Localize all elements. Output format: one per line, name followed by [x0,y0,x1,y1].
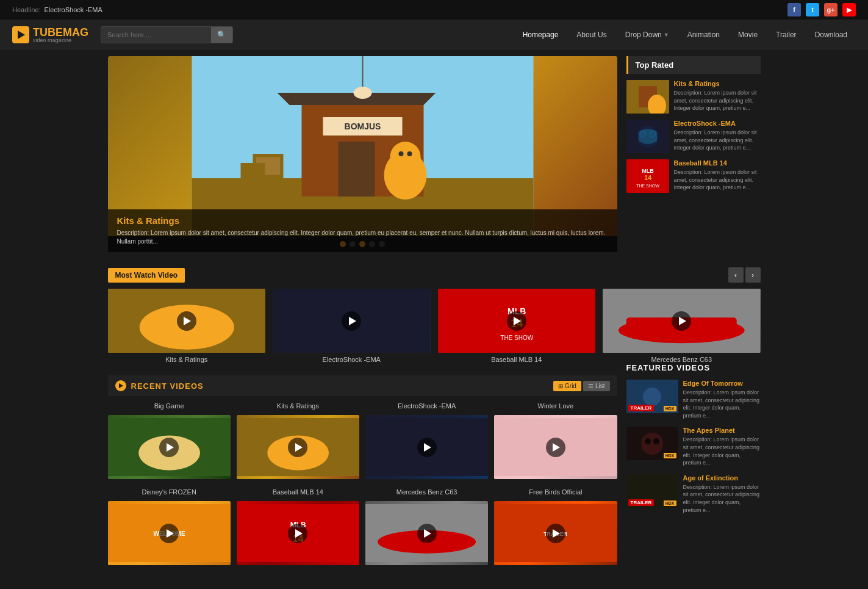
next-arrow[interactable]: › [745,267,761,283]
recent-label-frozen: Disney's FROZEN [108,488,231,496]
play-button-biggame[interactable] [159,438,179,457]
recent-label-freebirds: Free Birds Official [494,488,617,496]
play-button-freebirds[interactable] [546,524,565,543]
video-title-kits: Kits & Ratings [108,356,266,363]
search-input[interactable] [101,27,211,42]
play-button-electro[interactable] [342,311,361,331]
nav-about[interactable]: About Us [568,26,615,44]
featured-item-extinction: TRAILER HDX Age of Extinction Descriptio… [626,474,761,514]
recent-thumb-kits2 [237,415,359,479]
featured-title-extinction[interactable]: Age of Extinction [683,474,761,482]
play-button-kits2[interactable] [288,438,307,457]
rated-info-kits: Kits & Ratings Description: Lorem ipsum … [674,80,761,114]
grid-toggle-button[interactable]: ⊞ Grid [553,381,581,391]
video-card-kits[interactable]: Kits & Ratings [108,289,266,363]
main-nav: Homepage About Us Drop Down ▼ Animation … [514,26,856,44]
youtube-icon[interactable]: ▶ [842,3,856,16]
video-thumb-baseball: MLB14THE SHOW [438,289,596,353]
play-icon [167,443,174,452]
recent-thumb-biggame [108,415,231,479]
video-card-mercedes[interactable]: Mercedes Benz C63 [603,289,761,363]
nav-movie[interactable]: Movie [730,26,766,44]
play-button-electro2[interactable] [417,438,437,457]
nav-download[interactable]: Download [806,26,856,44]
rated-title-baseball[interactable]: Baseball MLB 14 [674,159,761,167]
googleplus-icon[interactable]: g+ [824,3,838,16]
rated-item-electro: ElectroShock -EMA Description: Lorem ips… [626,120,761,153]
nav-homepage[interactable]: Homepage [514,26,567,44]
hd-badge-extinction: HDX [664,500,676,506]
recent-card-electro2[interactable] [365,415,488,479]
play-icon [679,317,686,325]
recent-labels-row-1: Big Game Kits & Ratings ElectroShock -EM… [108,402,617,413]
rated-title-electro[interactable]: ElectroShock -EMA [674,120,761,127]
search-bar: 🔍 [101,26,233,43]
rated-title-kits[interactable]: Kits & Ratings [674,80,761,87]
recent-thumb-freebirds: TRAILER [494,501,617,565]
play-icon [184,317,191,325]
nav-arrows: ‹ › [728,267,761,283]
featured-thumb-apes: HDX [626,427,678,460]
svg-text:BOMJUS: BOMJUS [344,121,381,131]
recent-card-mercedes2[interactable] [365,501,488,565]
play-button-kits[interactable] [177,311,196,331]
most-watched-inner: Most Watch Video ‹ › Kits & Ratings [99,267,770,363]
rated-thumb-kits [626,80,669,114]
logo-text-wrapper: TUBEMAG video magazine [33,26,88,43]
recent-card-winter[interactable] [494,415,617,479]
facebook-icon[interactable]: f [787,3,801,16]
rated-info-electro: ElectroShock -EMA Description: Lorem ips… [674,120,761,153]
featured-info-apes: The Apes Planet Description: Lorem ipsum… [683,427,761,466]
play-button-frozen[interactable] [159,524,179,543]
play-button-winter[interactable] [546,438,565,457]
hero-desc: Description: Lorem ipsum dolor sit amet,… [117,229,608,246]
nav-animation[interactable]: Animation [679,26,728,44]
list-toggle-button[interactable]: ☰ List [583,381,610,391]
play-button-baseball2[interactable] [288,524,307,543]
logo: TUBEMAG video magazine [12,26,88,43]
play-button-mercedes2[interactable] [417,524,437,543]
most-watched-section: Most Watch Video ‹ › Kits & Ratings [0,267,868,363]
recent-card-baseball2[interactable]: MLB14 [237,501,359,565]
prev-arrow[interactable]: ‹ [728,267,744,283]
video-title-mercedes: Mercedes Benz C63 [603,356,761,363]
recent-grid-row-2: WELCOME MLB14 [108,501,617,565]
play-icon [295,529,303,538]
main-container: BOMJUS Kits & Ratings [99,50,770,258]
svg-point-15 [353,87,371,99]
trailer-badge-extinction: TRAILER [628,499,655,506]
play-button-baseball[interactable] [507,311,526,331]
social-icons: f t g+ ▶ [787,3,856,16]
hd-badge-apes: HDX [664,453,676,458]
rated-item-baseball: MLB 14 THE SHOW Baseball MLB 14 Descript… [626,159,761,193]
recent-label-winter: Winter Love [494,402,617,410]
nav-dropdown[interactable]: Drop Down ▼ [617,26,678,44]
video-card-baseball[interactable]: MLB14THE SHOW Baseball MLB 14 [438,289,596,363]
nav-trailer[interactable]: Trailer [767,26,805,44]
svg-point-10 [407,151,412,156]
video-card-electro[interactable]: ElectroShock -EMA [273,289,431,363]
featured-item-apes: HDX The Apes Planet Description: Lorem i… [626,427,761,466]
recent-thumb-electro2 [365,415,488,479]
recent-card-biggame[interactable] [108,415,231,479]
rated-desc-baseball: Description: Lorem ipsum dolor sit amet,… [674,168,761,192]
recent-card-kits2[interactable] [237,415,359,479]
featured-info-extinction: Age of Extinction Description: Lorem ips… [683,474,761,514]
featured-title-edge[interactable]: Edge Of Tomorrow [683,380,761,387]
recent-card-freebirds[interactable]: TRAILER [494,501,617,565]
recent-card-frozen[interactable]: WELCOME [108,501,231,565]
svg-point-8 [390,142,420,172]
play-button-mercedes[interactable] [672,311,691,331]
featured-title-apes[interactable]: The Apes Planet [683,427,761,434]
twitter-icon[interactable]: t [806,3,819,16]
rated-thumb-img [626,80,669,114]
recent-thumb-frozen: WELCOME [108,501,231,565]
search-button[interactable]: 🔍 [211,27,232,43]
svg-text:MLB: MLB [642,168,654,174]
recent-header: RECENT VIDEOS ⊞ Grid ☰ List [108,375,617,396]
list-icon: ☰ [588,383,594,389]
svg-point-53 [643,388,661,406]
chevron-down-icon: ▼ [664,32,669,38]
header: TUBEMAG video magazine 🔍 Homepage About … [0,20,868,50]
hero-title: Kits & Ratings [117,215,608,226]
